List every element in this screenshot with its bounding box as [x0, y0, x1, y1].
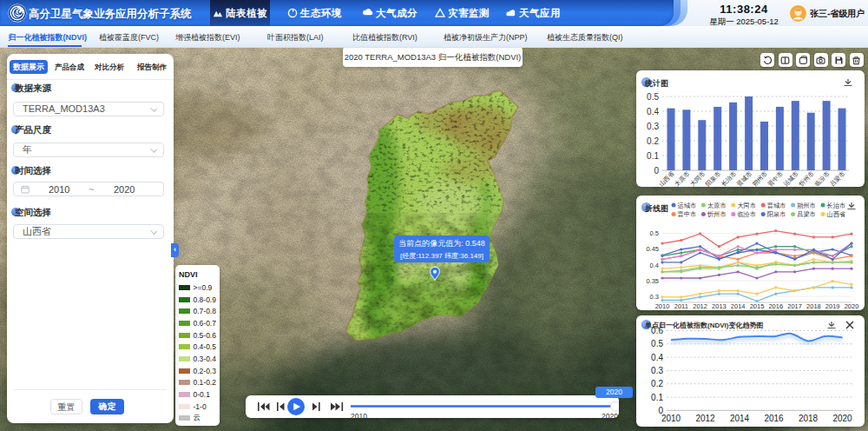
svg-text:0.4: 0.4: [650, 262, 659, 269]
svg-text:大同市: 大同市: [737, 202, 756, 209]
svg-text:0.3: 0.3: [650, 293, 659, 301]
svg-text:2016: 2016: [768, 302, 783, 310]
svg-text:0.4: 0.4: [647, 107, 659, 116]
svg-text:0.3: 0.3: [651, 366, 663, 375]
svg-text:2019: 2019: [825, 302, 840, 310]
svg-text:0.5: 0.5: [651, 339, 663, 348]
svg-text:运城市: 运城市: [782, 169, 800, 187]
svg-text:0: 0: [654, 166, 659, 176]
svg-text:晋中市: 晋中市: [678, 210, 697, 218]
svg-text:朔州市: 朔州市: [751, 169, 769, 187]
svg-text:长治市: 长治市: [826, 202, 846, 209]
svg-text:临汾市: 临汾市: [737, 210, 756, 218]
svg-text:0.4: 0.4: [651, 353, 663, 362]
svg-text:太原市: 太原市: [673, 169, 691, 187]
svg-text:2010: 2010: [655, 302, 670, 310]
svg-text:忻州市: 忻州市: [797, 169, 815, 187]
svg-text:0.2: 0.2: [651, 379, 663, 388]
svg-text:2012: 2012: [693, 302, 707, 310]
svg-text:2013: 2013: [712, 302, 727, 310]
svg-text:运城市: 运城市: [678, 202, 697, 209]
svg-text:0.1: 0.1: [651, 393, 663, 402]
svg-text:2020: 2020: [845, 302, 859, 310]
svg-text:吕梁市: 吕梁市: [797, 210, 816, 218]
svg-text:2010: 2010: [661, 414, 681, 423]
svg-text:2014: 2014: [731, 302, 746, 310]
svg-text:朔州市: 朔州市: [797, 202, 816, 209]
svg-text:晋城市: 晋城市: [767, 202, 786, 209]
svg-text:2017: 2017: [787, 302, 802, 310]
svg-text:晋中市: 晋中市: [766, 169, 785, 187]
svg-text:0.35: 0.35: [646, 277, 659, 285]
svg-text:长治市: 长治市: [720, 169, 738, 187]
svg-text:忻州市: 忻州市: [707, 210, 727, 218]
svg-text:山西省: 山西省: [827, 210, 846, 218]
svg-text:2012: 2012: [695, 414, 715, 423]
svg-text:0.2: 0.2: [647, 136, 659, 146]
svg-text:阳泉市: 阳泉市: [767, 210, 786, 218]
svg-text:山西省: 山西省: [658, 170, 676, 187]
svg-text:2014: 2014: [730, 414, 750, 423]
svg-text:0.45: 0.45: [646, 245, 659, 253]
svg-text:2020: 2020: [832, 414, 852, 423]
svg-text:2018: 2018: [806, 302, 821, 310]
svg-text:0.5: 0.5: [650, 229, 659, 237]
svg-text:2016: 2016: [764, 414, 784, 423]
svg-text:晋城市: 晋城市: [735, 169, 753, 187]
svg-text:太原市: 太原市: [707, 202, 727, 209]
svg-text:大同市: 大同市: [688, 169, 707, 187]
svg-text:0.6: 0.6: [651, 326, 663, 335]
svg-text:0.3: 0.3: [647, 122, 659, 131]
svg-text:临汾市: 临汾市: [812, 169, 831, 187]
svg-text:2011: 2011: [674, 302, 688, 310]
svg-text:阳泉市: 阳泉市: [704, 169, 722, 187]
svg-text:2015: 2015: [750, 302, 765, 310]
svg-text:2018: 2018: [799, 414, 819, 423]
svg-text:0.5: 0.5: [647, 92, 659, 102]
svg-text:0.1: 0.1: [647, 151, 659, 161]
svg-text:吕梁市: 吕梁市: [828, 169, 846, 187]
